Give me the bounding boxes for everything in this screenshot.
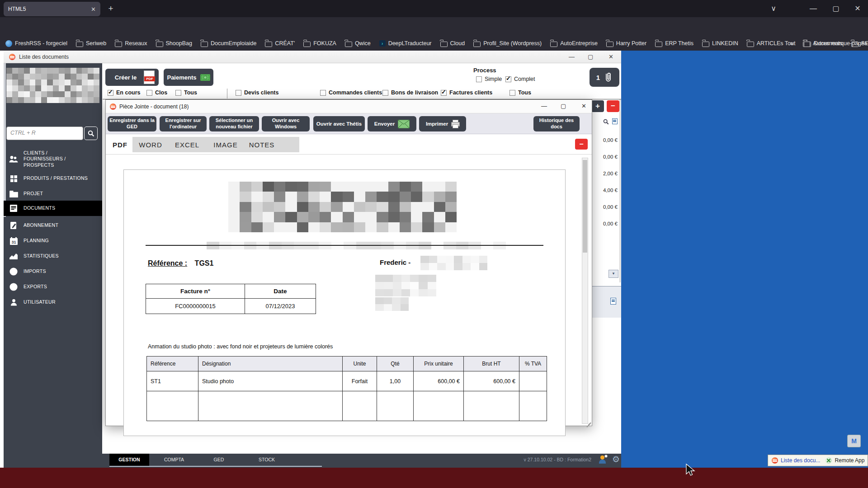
simple-checkbox[interactable] [476, 76, 482, 82]
sidebar-item-planning[interactable]: 31 PLANNING [4, 234, 102, 248]
devis-checkbox[interactable] [236, 90, 241, 96]
history-button[interactable]: Historique des docs [533, 116, 580, 131]
sidebar-item-projet[interactable]: PROJET [4, 187, 102, 201]
tous-types-checkbox[interactable] [509, 90, 515, 96]
bookmark-folder[interactable]: Harry Potter [606, 40, 646, 47]
sidebar-item-clients[interactable]: CLIENTS / FOURNISSEURS / PROSPECTS [4, 149, 102, 169]
footer-tab-stock[interactable]: STOCK [253, 454, 280, 466]
bookmarks-overflow-chevron[interactable]: » [790, 40, 793, 47]
modal-titlebar[interactable]: Pièce Jointe - document (18) — ▢ ✕ [106, 100, 592, 113]
browser-tab[interactable]: HTML5 ✕ [4, 2, 100, 16]
remote-app-icon[interactable] [826, 457, 832, 464]
settings-gear-icon[interactable]: ⚙ [612, 454, 620, 465]
tab-image[interactable]: IMAGE [210, 137, 241, 152]
bookmark-folder[interactable]: LINKEDIN [702, 40, 738, 47]
footer-tab-ged[interactable]: GED [209, 454, 229, 466]
bookmark-folder-other[interactable]: Autres marque-pages [803, 40, 867, 47]
sidebar-item-produits[interactable]: PRODUITS / PRESTATIONS [4, 172, 102, 185]
commandes-checkbox[interactable] [320, 90, 326, 96]
factures-checkbox[interactable] [441, 90, 447, 96]
app-close-button[interactable]: ✕ [609, 53, 613, 60]
filter-commandes[interactable]: Commandes clients [320, 89, 382, 96]
sidebar-item-imports[interactable]: IMPORTS [4, 265, 102, 278]
select-new-file-button[interactable]: Sélectionner un nouveau fichier [209, 116, 259, 131]
footer-tab-gestion-active[interactable]: GESTION [109, 454, 149, 466]
modal-maximize-button[interactable]: ▢ [561, 103, 566, 109]
filter-clos[interactable]: Clos [146, 89, 167, 96]
row-print-icon[interactable] [612, 118, 618, 124]
bookmark-folder[interactable]: ERP Thetis [655, 40, 693, 47]
modal-resize-grip[interactable] [585, 419, 591, 425]
app-minimize-button[interactable]: — [569, 53, 575, 60]
tous-checkbox[interactable] [175, 90, 181, 96]
bookmark-folder[interactable]: Cloud [440, 40, 465, 47]
filter-tous-status[interactable]: Tous [175, 89, 197, 96]
window-minimize-button[interactable]: — [807, 3, 819, 14]
process-simple-option[interactable]: Simple [476, 76, 502, 82]
payments-button[interactable]: Paiements [164, 69, 213, 86]
attachments-button[interactable]: 1 [590, 68, 619, 87]
bookmark-folder[interactable]: DocumEmploiaide [201, 40, 256, 47]
window-close-button[interactable]: ✕ [852, 3, 863, 14]
bookmark-folder[interactable]: FOKUZA [303, 40, 336, 47]
bookmark-folder[interactable]: Qwice [345, 40, 371, 47]
modal-remove-button[interactable]: − [575, 139, 588, 150]
desktop-mini-icon[interactable]: M [847, 435, 861, 447]
bookmark-folder[interactable]: Profil_Site (Wordpress) [473, 40, 542, 47]
filter-tous-types[interactable]: Tous [509, 89, 531, 96]
save-computer-button[interactable]: Enregistrer sur l'ordinateur [160, 116, 207, 131]
sidebar-item-utilisateur[interactable]: UTILISATEUR [4, 296, 102, 309]
bookmark-item[interactable]: FreshRSS - forgeciel [5, 40, 67, 47]
panel-doc-icon[interactable] [610, 298, 616, 305]
remote-app-label[interactable]: Remote App [835, 457, 864, 464]
pdf-scrollbar-track[interactable] [582, 158, 588, 424]
clos-checkbox[interactable] [146, 90, 152, 96]
filter-bons[interactable]: Bons de livraison [382, 89, 438, 96]
pdf-scrollbar-thumb[interactable] [583, 160, 587, 253]
bookmark-folder[interactable]: Seriweb [76, 40, 106, 47]
remote-doc-label[interactable]: Liste des docu... [781, 457, 820, 464]
bookmark-folder[interactable]: ShoopBag [156, 40, 192, 47]
row-search-icon[interactable] [603, 118, 609, 127]
send-button[interactable]: Envoyer [368, 116, 416, 131]
open-thetis-button[interactable]: Ouvrir avec Thétis [313, 116, 365, 131]
bookmark-item[interactable]: ›DeepLTraducteur [379, 40, 432, 47]
filter-devis[interactable]: Devis clients [236, 89, 278, 96]
sidebar-item-exports[interactable]: EXPORTS [4, 280, 102, 294]
pdf-file-icon[interactable]: PDF [144, 70, 155, 84]
bookmark-folder[interactable]: ARTICLEs Tout [747, 40, 796, 47]
bookmark-folder[interactable]: Reseaux [115, 40, 147, 47]
modal-close-button[interactable]: ✕ [581, 103, 586, 109]
filter-en-cours[interactable]: En cours [108, 89, 141, 96]
filter-factures[interactable]: Factures clients [441, 89, 492, 96]
window-maximize-button[interactable]: ▢ [830, 3, 842, 14]
tab-word[interactable]: WORD [135, 137, 166, 152]
new-tab-button[interactable]: + [105, 3, 117, 14]
app-maximize-button[interactable]: ▢ [588, 53, 593, 60]
tab-list-chevron-icon[interactable]: ∨ [768, 3, 779, 14]
remote-doc-icon[interactable] [772, 457, 778, 464]
save-ged-button[interactable]: Enregistrer dans la GED [108, 116, 156, 131]
modal-minimize-button[interactable]: — [541, 103, 547, 109]
add-row-button[interactable]: + [591, 100, 604, 112]
tab-excel[interactable]: EXCEL [171, 137, 203, 152]
sidebar-item-abonnement[interactable]: ABONNEMENT [4, 219, 102, 232]
open-windows-button[interactable]: Ouvrir avec Windows [262, 116, 310, 131]
dropdown-arrow-button[interactable]: ▼ [609, 270, 618, 278]
app-window-titlebar[interactable]: Liste des documents — ▢ ✕ [4, 51, 621, 63]
en-cours-checkbox[interactable] [108, 90, 113, 96]
sidebar-search-button[interactable] [84, 127, 98, 140]
bookmark-folder[interactable]: AutoEntreprise [550, 40, 598, 47]
remove-row-button[interactable]: − [607, 100, 619, 112]
print-button[interactable]: Imprimer [419, 116, 466, 131]
footer-tab-compta[interactable]: COMPTA [157, 454, 191, 466]
sidebar-search-input[interactable]: CTRL + R [6, 127, 83, 140]
process-complet-option[interactable]: Complet [505, 76, 535, 82]
bons-checkbox[interactable] [382, 90, 388, 96]
bookmark-folder[interactable]: CRÉAT' [265, 40, 295, 47]
tab-notes[interactable]: NOTES [246, 137, 278, 152]
support-user-icon[interactable] [599, 455, 608, 465]
sidebar-item-documents-active[interactable]: DOCUMENTS [4, 201, 102, 216]
tab-pdf[interactable]: PDF [108, 137, 132, 152]
tab-close-icon[interactable]: ✕ [91, 6, 96, 13]
